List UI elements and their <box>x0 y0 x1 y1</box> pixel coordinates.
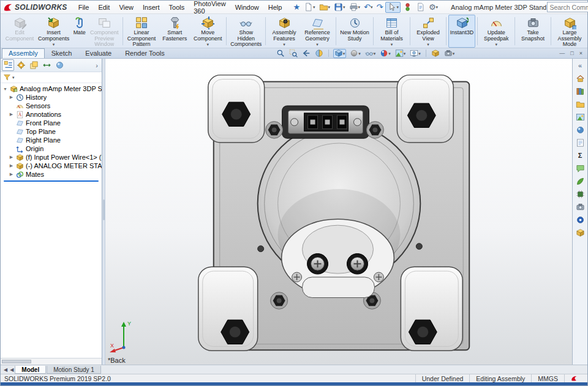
menu-photoview-360[interactable]: PhotoView 360 <box>189 0 230 16</box>
tree-item-right-plane[interactable]: Right Plane <box>1 136 102 144</box>
tab-featuremanager-tree[interactable] <box>2 59 14 71</box>
tab-model[interactable]: Model <box>15 366 46 374</box>
tab-displaymanager[interactable] <box>53 59 66 71</box>
ribbon-button-linear-component-pattern[interactable]: Linear Component Pattern ▾ <box>125 15 158 48</box>
menu-tools[interactable]: Tools <box>165 2 189 12</box>
menu-edit[interactable]: Edit <box>94 2 114 12</box>
photoview-preview-icon[interactable] <box>575 202 586 212</box>
tree-item-analog-meter-stand[interactable]: ▶ (-) ANALOG METER STAND Large<1 <box>1 161 102 170</box>
tree-item-assembly-root[interactable]: ▼ Analog mAmp Meter 3DP Stand (Defaul <box>1 84 102 93</box>
equations-sigma-icon[interactable]: Σ <box>575 150 586 160</box>
tab-scroll-right-icon[interactable]: ◀ <box>9 367 15 373</box>
filter-funnel-icon[interactable] <box>3 73 11 81</box>
graphics-viewport[interactable]: Y X *Back <box>105 59 572 365</box>
tree-item-mates[interactable]: ▶ Mates <box>1 170 102 179</box>
rollback-bar[interactable] <box>4 180 99 182</box>
edit-appearance-icon[interactable]: ▾ <box>379 49 391 58</box>
menu-window[interactable]: Window <box>231 2 263 12</box>
tree-item-front-plane[interactable]: Front Plane <box>1 119 102 127</box>
standard-views-icon[interactable] <box>431 49 440 58</box>
circuitworks-icon[interactable] <box>575 189 586 199</box>
view-orientation-icon[interactable]: ▾ <box>333 49 347 58</box>
document-restore-button[interactable]: □ <box>570 50 573 56</box>
new-document-icon[interactable]: ▾ <box>303 2 317 13</box>
file-explorer-icon[interactable] <box>575 99 586 109</box>
ribbon-button-large-assembly-mode[interactable]: Large Assembly Mode ▾ <box>553 15 586 48</box>
custom-properties-icon[interactable] <box>575 138 586 147</box>
ribbon-button-mate[interactable]: Mate <box>71 15 88 48</box>
panel-horizontal-scrollbar[interactable] <box>1 358 102 365</box>
ribbon-button-edit-component[interactable]: Edit Component <box>3 15 36 48</box>
select-cursor-icon[interactable]: ▾ <box>385 2 401 13</box>
menu-file[interactable]: File <box>74 2 94 12</box>
ribbon-button-update-speedpak[interactable]: Update Speedpak ▾ <box>480 15 513 48</box>
ribbon-button-take-snapshot[interactable]: Take Snapshot <box>517 15 549 48</box>
design-library-icon[interactable] <box>575 86 586 96</box>
forum-icon[interactable] <box>575 163 586 173</box>
print-icon[interactable]: ▾ <box>348 2 362 13</box>
tree-item-annotations[interactable]: ▶ A Annotations <box>1 110 102 119</box>
view-settings-icon[interactable]: ▾ <box>409 49 421 58</box>
options-gear-icon[interactable]: ⚙▾ <box>428 2 439 13</box>
tab-scroll-left-icon[interactable]: ◀ <box>2 367 9 373</box>
hide-show-items-icon[interactable]: ▾ <box>364 49 377 58</box>
zoom-fit-icon[interactable] <box>276 49 285 58</box>
undo-icon[interactable]: ↶▾ <box>363 2 374 13</box>
rebuild-icon[interactable] <box>402 2 413 13</box>
save-icon[interactable]: ▾ <box>333 2 347 13</box>
tab-propertymanager[interactable] <box>15 59 27 71</box>
ribbon-button-reference-geometry[interactable]: Reference Geometry ▾ <box>301 15 334 48</box>
apply-scene-icon[interactable]: ▾ <box>394 49 407 58</box>
tab-motion-study-1[interactable]: Motion Study 1 <box>47 366 101 374</box>
ribbon-button-show-hidden-components[interactable]: Show Hidden Components <box>228 15 263 48</box>
tree-item-top-plane[interactable]: Top Plane <box>1 127 102 136</box>
search-commands-box[interactable]: ▾ <box>547 2 588 12</box>
tab-sketch[interactable]: Sketch <box>45 48 79 58</box>
view-palette-icon[interactable] <box>575 112 586 122</box>
solidworks-resources-home-icon[interactable] <box>575 73 586 83</box>
search-input[interactable] <box>549 4 588 11</box>
open-document-icon[interactable]: ▾ <box>318 2 332 13</box>
camera-views-icon[interactable]: ▾ <box>443 49 456 58</box>
units-selector[interactable]: MMGS <box>531 374 564 382</box>
favorites-star-icon[interactable]: ★ <box>292 2 301 13</box>
appearances-scenes-icon[interactable] <box>575 125 586 135</box>
task-pane-expand-icon[interactable]: « <box>575 61 586 70</box>
ribbon-button-new-motion-study[interactable]: New Motion Study <box>338 15 371 48</box>
tab-render-tools[interactable]: Render Tools <box>118 48 172 58</box>
menu-help[interactable]: Help <box>264 2 287 12</box>
tab-configurationmanager[interactable] <box>28 59 40 71</box>
scrollbar-thumb[interactable] <box>2 360 31 363</box>
ribbon-button-smart-fasteners[interactable]: Smart Fasteners <box>158 15 191 48</box>
panel-flyout-chevron[interactable]: › <box>93 62 100 69</box>
ribbon-button-insert-components[interactable]: Insert Components ▾ <box>36 15 71 48</box>
zoom-area-icon[interactable] <box>288 49 298 58</box>
previous-view-icon[interactable] <box>301 49 311 58</box>
ribbon-button-bill-of-materials[interactable]: Bill of Materials ▾ <box>375 15 408 48</box>
menu-view[interactable]: View <box>115 2 138 12</box>
document-close-button[interactable]: × <box>579 50 582 56</box>
ribbon-button-exploded-view[interactable]: Exploded View ▾ <box>412 15 444 48</box>
ribbon-button-instant3d[interactable]: Instant3D <box>448 15 476 48</box>
tab-assembly[interactable]: Assembly <box>2 48 45 58</box>
sustainability-icon[interactable] <box>575 176 586 186</box>
tree-item-sensors[interactable]: Sensors <box>1 102 102 110</box>
tab-dimxpertmanager[interactable] <box>40 59 53 71</box>
tree-item-origin[interactable]: Origin <box>1 144 102 153</box>
tab-evaluate[interactable]: Evaluate <box>78 48 118 58</box>
document-minimize-button[interactable]: — <box>559 50 565 56</box>
ribbon-button-move-component[interactable]: Move Component ▾ <box>191 15 224 48</box>
ribbon-button-component-preview-window[interactable]: Component Preview Window <box>88 15 121 48</box>
tree-item-history[interactable]: ▶ History <box>1 93 102 102</box>
tree-item-input-power-wire[interactable]: ▶ (f) Input Power Wire<1> (Default<< <box>1 153 102 161</box>
menu-insert[interactable]: Insert <box>138 2 164 12</box>
filter-caret[interactable]: ▾ <box>12 75 15 80</box>
splitter-handle[interactable] <box>103 199 105 220</box>
ribbon-button-assembly-features[interactable]: Assembly Features ▾ <box>268 15 301 48</box>
drive-works-icon[interactable] <box>575 215 586 225</box>
display-style-icon[interactable]: ▾ <box>349 49 361 58</box>
redo-icon[interactable]: ↷ <box>375 2 385 13</box>
toolbox-icon[interactable] <box>575 228 586 237</box>
file-properties-icon[interactable] <box>415 2 426 13</box>
section-view-icon[interactable] <box>314 49 324 58</box>
